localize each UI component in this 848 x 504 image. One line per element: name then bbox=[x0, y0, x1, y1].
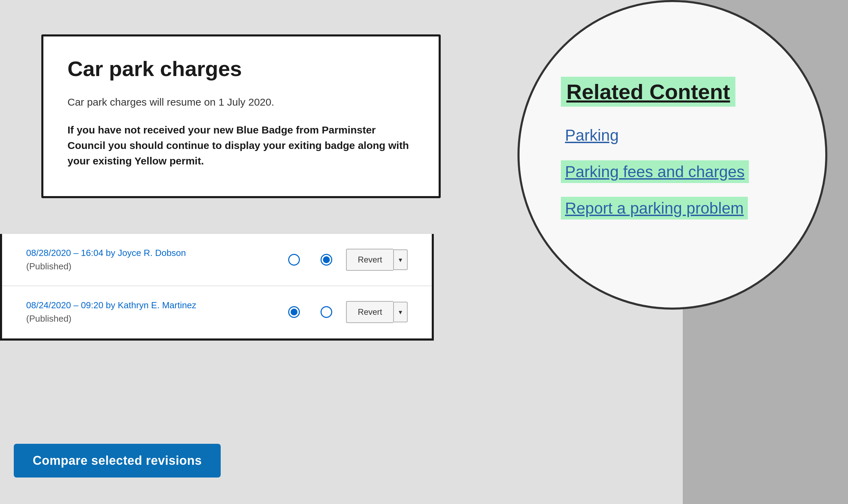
revision-radios-1 bbox=[288, 254, 332, 266]
revision-meta-2: 08/24/2020 – 09:20 by Kathryn E. Martine… bbox=[26, 300, 288, 311]
revision-radio-to-2[interactable] bbox=[321, 306, 332, 318]
revision-info-2: 08/24/2020 – 09:20 by Kathryn E. Martine… bbox=[26, 300, 288, 324]
related-link-parking-problem[interactable]: Report a parking problem bbox=[561, 197, 748, 219]
revision-author-1: Joyce R. Dobson bbox=[118, 248, 186, 258]
related-link-parking-fees[interactable]: Parking fees and charges bbox=[561, 160, 749, 183]
revision-radio-to-1[interactable] bbox=[321, 254, 332, 266]
related-link-parking[interactable]: Parking bbox=[561, 124, 623, 147]
revert-group-1: Revert ▾ bbox=[346, 249, 408, 271]
compare-revisions-button[interactable]: Compare selected revisions bbox=[14, 444, 221, 478]
revision-status-1: (Published) bbox=[26, 261, 288, 272]
revision-row: 08/28/2020 – 16:04 by Joyce R. Dobson (P… bbox=[2, 234, 432, 286]
main-content-card: Car park charges Car park charges will r… bbox=[41, 34, 441, 198]
compare-btn-container: Compare selected revisions bbox=[14, 444, 221, 478]
related-content-title: Related Content bbox=[561, 77, 735, 107]
revision-meta-1: 08/28/2020 – 16:04 by Joyce R. Dobson bbox=[26, 248, 288, 258]
revision-author-2: Kathryn E. Martinez bbox=[118, 300, 196, 310]
revision-date-1: 08/28/2020 – 16:04 bbox=[26, 248, 103, 258]
revision-radios-2 bbox=[288, 306, 332, 318]
revert-button-1[interactable]: Revert bbox=[346, 249, 393, 271]
revert-button-2[interactable]: Revert bbox=[346, 301, 393, 323]
page-summary: Car park charges will resume on 1 July 2… bbox=[67, 94, 415, 110]
revision-info-1: 08/28/2020 – 16:04 by Joyce R. Dobson (P… bbox=[26, 248, 288, 272]
revision-radio-from-2[interactable] bbox=[288, 306, 300, 318]
revision-row-2: 08/24/2020 – 09:20 by Kathryn E. Martine… bbox=[2, 286, 432, 339]
revision-status-2: (Published) bbox=[26, 313, 288, 324]
revision-by-label-1: by bbox=[106, 248, 118, 258]
scene: Car park charges Car park charges will r… bbox=[0, 0, 848, 504]
revision-radio-from-1[interactable] bbox=[288, 254, 300, 266]
revert-group-2: Revert ▾ bbox=[346, 301, 408, 323]
related-content-magnifier: Related Content Parking Parking fees and… bbox=[517, 0, 827, 310]
revert-dropdown-1[interactable]: ▾ bbox=[393, 249, 408, 270]
page-body: If you have not received your new Blue B… bbox=[67, 122, 415, 169]
revision-by-label-2: by bbox=[106, 300, 118, 310]
page-title: Car park charges bbox=[67, 57, 415, 81]
revisions-section: 08/28/2020 – 16:04 by Joyce R. Dobson (P… bbox=[0, 234, 434, 341]
revision-date-2: 08/24/2020 – 09:20 bbox=[26, 300, 103, 310]
revert-dropdown-2[interactable]: ▾ bbox=[393, 302, 408, 322]
